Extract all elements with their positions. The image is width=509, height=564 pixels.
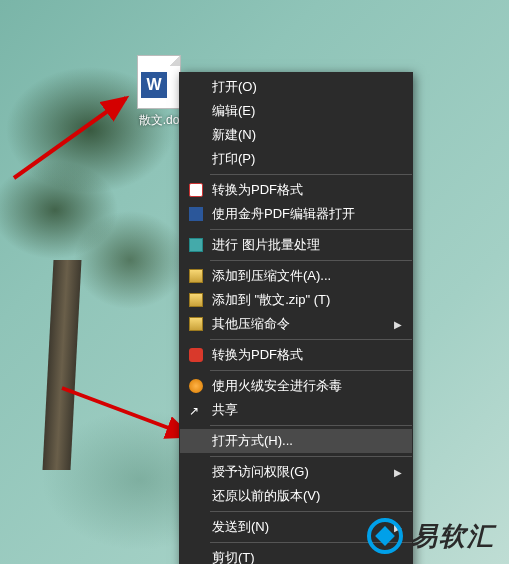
- menu-item-label: 进行 图片批量处理: [212, 236, 402, 254]
- menu-item-3[interactable]: 打印(P): [180, 147, 412, 171]
- menu-item-label: 打开(O): [212, 78, 402, 96]
- menu-item-label: 共享: [212, 401, 402, 419]
- zip-icon: [186, 316, 206, 332]
- menu-item-label: 其他压缩命令: [212, 315, 394, 333]
- blank-icon: [186, 488, 206, 504]
- menu-item-label: 打印(P): [212, 150, 402, 168]
- context-menu: 打开(O)编辑(E)新建(N)打印(P)转换为PDF格式使用金舟PDF编辑器打开…: [179, 72, 413, 564]
- menu-item-label: 使用火绒安全进行杀毒: [212, 377, 402, 395]
- submenu-arrow-icon: ▶: [394, 467, 402, 478]
- menu-item-label: 转换为PDF格式: [212, 181, 402, 199]
- menu-item-6[interactable]: 使用金舟PDF编辑器打开: [180, 202, 412, 226]
- menu-item-label: 添加到 "散文.zip" (T): [212, 291, 402, 309]
- menu-separator: [210, 425, 412, 426]
- blank-icon: [186, 433, 206, 449]
- watermark-icon: [367, 518, 403, 554]
- menu-separator: [210, 174, 412, 175]
- menu-item-19[interactable]: 打开方式(H)...: [180, 429, 412, 453]
- menu-item-0[interactable]: 打开(O): [180, 75, 412, 99]
- menu-separator: [210, 456, 412, 457]
- menu-item-label: 授予访问权限(G): [212, 463, 394, 481]
- watermark: 易软汇: [367, 518, 495, 554]
- menu-separator: [210, 260, 412, 261]
- menu-item-17[interactable]: 共享: [180, 398, 412, 422]
- menu-item-label: 使用金舟PDF编辑器打开: [212, 205, 402, 223]
- blank-icon: [186, 103, 206, 119]
- menu-item-12[interactable]: 其他压缩命令▶: [180, 312, 412, 336]
- menu-item-8[interactable]: 进行 图片批量处理: [180, 233, 412, 257]
- blank-icon: [186, 550, 206, 564]
- menu-item-label: 转换为PDF格式: [212, 346, 402, 364]
- menu-separator: [210, 370, 412, 371]
- menu-item-14[interactable]: 转换为PDF格式: [180, 343, 412, 367]
- menu-item-16[interactable]: 使用火绒安全进行杀毒: [180, 374, 412, 398]
- menu-item-1[interactable]: 编辑(E): [180, 99, 412, 123]
- menu-item-2[interactable]: 新建(N): [180, 123, 412, 147]
- menu-item-label: 新建(N): [212, 126, 402, 144]
- menu-item-22[interactable]: 还原以前的版本(V): [180, 484, 412, 508]
- menu-item-label: 编辑(E): [212, 102, 402, 120]
- menu-item-label: 还原以前的版本(V): [212, 487, 402, 505]
- pdfed-icon: [186, 206, 206, 222]
- menu-separator: [210, 511, 412, 512]
- zip-icon: [186, 292, 206, 308]
- zip-icon: [186, 268, 206, 284]
- menu-item-21[interactable]: 授予访问权限(G)▶: [180, 460, 412, 484]
- blank-icon: [186, 79, 206, 95]
- share-icon: [186, 402, 206, 418]
- blank-icon: [186, 519, 206, 535]
- watermark-text: 易软汇: [411, 519, 495, 554]
- red-icon: [186, 347, 206, 363]
- menu-item-label: 打开方式(H)...: [212, 432, 402, 450]
- menu-separator: [210, 229, 412, 230]
- document-icon: W: [137, 55, 181, 109]
- blank-icon: [186, 151, 206, 167]
- menu-item-11[interactable]: 添加到 "散文.zip" (T): [180, 288, 412, 312]
- menu-item-label: 添加到压缩文件(A)...: [212, 267, 402, 285]
- word-badge: W: [141, 72, 167, 98]
- menu-separator: [210, 339, 412, 340]
- pdf-icon: [186, 182, 206, 198]
- blank-icon: [186, 464, 206, 480]
- menu-item-10[interactable]: 添加到压缩文件(A)...: [180, 264, 412, 288]
- img-icon: [186, 237, 206, 253]
- submenu-arrow-icon: ▶: [394, 319, 402, 330]
- blank-icon: [186, 127, 206, 143]
- menu-item-5[interactable]: 转换为PDF格式: [180, 178, 412, 202]
- shield-icon: [186, 378, 206, 394]
